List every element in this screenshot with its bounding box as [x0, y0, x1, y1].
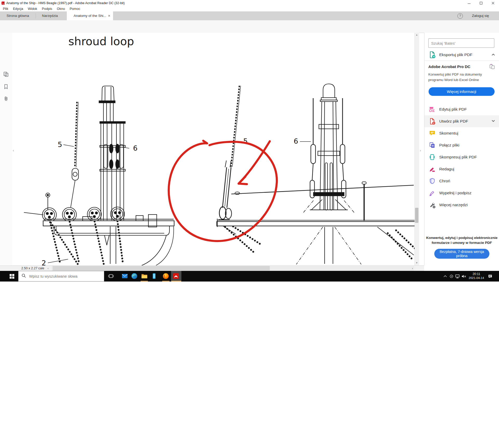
scroll-up-icon[interactable]: ▲ [415, 34, 418, 36]
task-view-icon[interactable] [107, 272, 115, 280]
export-pdf-icon [428, 51, 436, 59]
tab-document[interactable]: Anatomy of the Shi... ✕ [67, 11, 113, 20]
edge-app-icon[interactable] [130, 272, 138, 280]
tray-volume-muted-icon[interactable] [461, 274, 466, 279]
tray-snip-icon[interactable] [449, 274, 454, 279]
tool-protect[interactable]: Chroń [424, 175, 499, 187]
attachments-icon[interactable] [2, 95, 10, 102]
collapse-left-arrow-icon[interactable]: ‹ [13, 148, 14, 152]
chevron-down-icon[interactable] [491, 119, 495, 123]
tool-comment[interactable]: Skomentuj [424, 127, 499, 139]
tab-bar: Strona główna Narzędzia Anatomy of the S… [0, 11, 499, 21]
tab-close-icon[interactable]: ✕ [108, 11, 110, 20]
menu-pomoc[interactable]: Pomoc [67, 6, 82, 11]
page-thumbnails-icon[interactable] [2, 71, 10, 78]
left-hull [54, 226, 174, 265]
page-size-label: 2.50 x 2.27 cale [21, 266, 44, 271]
figure-heading: shroud loop [68, 35, 134, 48]
right-chain-5 [231, 86, 241, 167]
start-button[interactable] [0, 271, 18, 282]
vertical-scrollbar[interactable] [415, 33, 419, 265]
tray-chevron-up-icon[interactable] [443, 274, 448, 279]
tool-edit-pdf[interactable]: Edytuj plik PDF [424, 103, 499, 115]
acrobat-app-taskbar-icon[interactable] [172, 272, 180, 280]
menu-edycja[interactable]: Edycja [11, 6, 25, 11]
edit-pdf-icon [428, 105, 436, 113]
tool-label: Wypełnij i podpisz [439, 191, 471, 195]
screen: Anatomy of the Ship - HMS Beagle (1997).… [0, 0, 499, 448]
left-tie-rod [24, 212, 43, 215]
promo-body-line2: programu Word lub Excel Online [428, 77, 489, 83]
title-bar: Anatomy of the Ship - HMS Beagle (1997).… [0, 0, 499, 6]
tray-date: 2021-04-14 [468, 276, 485, 280]
taskbar-search[interactable] [18, 271, 104, 282]
main-toolbar: / 130 1200% ▼ ▼ [0, 20, 499, 33]
create-pdf-icon [428, 117, 436, 125]
mail-app-icon[interactable] [121, 272, 129, 280]
panel-footer-promo: Konwertuj, edytuj i podpisuj elektronicz… [424, 235, 499, 259]
tab-home[interactable]: Strona główna [0, 11, 36, 20]
tool-combine-files[interactable]: Połącz pliki [424, 139, 499, 151]
panel-divider [424, 61, 499, 61]
tool-more-tools[interactable]: Więcej narzędzi [424, 199, 499, 211]
right-mast [296, 84, 361, 264]
tool-redact[interactable]: Redaguj [424, 163, 499, 175]
tool-create-pdf[interactable]: Utwórz plik PDF [424, 115, 499, 127]
window-title: Anatomy of the Ship - HMS Beagle (1997).… [6, 1, 125, 5]
vertical-scrollbar-thumb[interactable] [415, 208, 418, 223]
left-panel-rail [0, 33, 12, 265]
panel-search-input[interactable] [428, 38, 494, 48]
promo-body-line1: Konwertuj pliki PDF na dokumenty [428, 72, 489, 77]
tray-clock[interactable]: 20:11 2021-04-14 [468, 272, 485, 280]
tool-label: Skomentuj [439, 131, 458, 136]
minimize-button[interactable] [463, 0, 475, 6]
file-explorer-icon[interactable] [140, 272, 148, 280]
tool-label: Utwórz plik PDF [439, 119, 468, 124]
taskbar-search-input[interactable] [29, 274, 95, 279]
promo-body: Konwertuj pliki PDF na dokumenty program… [428, 72, 489, 83]
tab-tools[interactable]: Narzędzia [36, 11, 64, 20]
action-center-icon[interactable] [488, 274, 493, 279]
tool-label: Chroń [439, 179, 450, 183]
menu-podpis[interactable]: Podpis [40, 6, 55, 11]
menu-plik[interactable]: Plik [1, 6, 11, 11]
horizontal-scrollbar-thumb[interactable] [53, 266, 270, 271]
menu-bar: Plik Edycja Widok Podpis Okno Pomoc [0, 6, 499, 11]
horizontal-scrollbar[interactable]: › [52, 266, 414, 271]
hscroll-left-icon[interactable]: ‹ [48, 266, 49, 271]
tool-compress-pdf[interactable]: Skompresuj plik PDF [424, 151, 499, 163]
maximize-button[interactable] [475, 0, 487, 6]
footer-line1: Konwertuj, edytuj i podpisuj elektronicz… [424, 235, 499, 240]
firefox-running-underline [162, 281, 169, 282]
firefox-app-icon[interactable] [162, 272, 170, 280]
promo-title: Adobe Acrobat Pro DC [428, 64, 470, 69]
help-icon[interactable]: ? [457, 13, 463, 19]
menu-widok[interactable]: Widok [25, 6, 40, 11]
left-chains [50, 221, 123, 264]
tool-label: Redaguj [439, 167, 454, 171]
tool-label: Edytuj plik PDF [439, 107, 467, 112]
part-label-left-6: 6 [133, 144, 137, 152]
chevron-up-icon[interactable] [491, 53, 495, 57]
sign-in-link[interactable]: Zaloguj się [472, 11, 489, 20]
compress-pdf-icon [428, 153, 436, 161]
close-button[interactable] [487, 0, 499, 6]
menu-okno[interactable]: Okno [55, 6, 67, 11]
bookmarks-icon[interactable] [2, 83, 10, 90]
tab-document-label: Anatomy of the Shi... [74, 14, 106, 18]
your-phone-icon[interactable] [150, 272, 158, 280]
more-info-button[interactable]: Więcej informacji [429, 87, 495, 96]
tool-label: Więcej narzędzi [439, 203, 468, 207]
free-trial-button[interactable]: Bezpłatna, 7-dniowa wersja próbna [434, 249, 489, 259]
hscroll-right-icon[interactable]: › [412, 266, 413, 271]
acrobat-app-icon [2, 2, 5, 5]
collapse-right-arrow-icon[interactable]: › [420, 148, 421, 152]
export-pdf-label: Eksportuj plik PDF [439, 52, 472, 57]
tray-network-icon[interactable] [455, 274, 460, 279]
windows-taskbar: 20:11 2021-04-14 [0, 271, 499, 282]
export-pdf-row[interactable]: Eksportuj plik PDF [424, 49, 499, 61]
tool-label: Połącz pliki [439, 143, 459, 148]
tool-fill-sign[interactable]: Wypełnij i podpisz [424, 187, 499, 199]
scroll-down-icon[interactable]: ▼ [415, 262, 418, 264]
tool-label: Skompresuj plik PDF [439, 155, 477, 159]
